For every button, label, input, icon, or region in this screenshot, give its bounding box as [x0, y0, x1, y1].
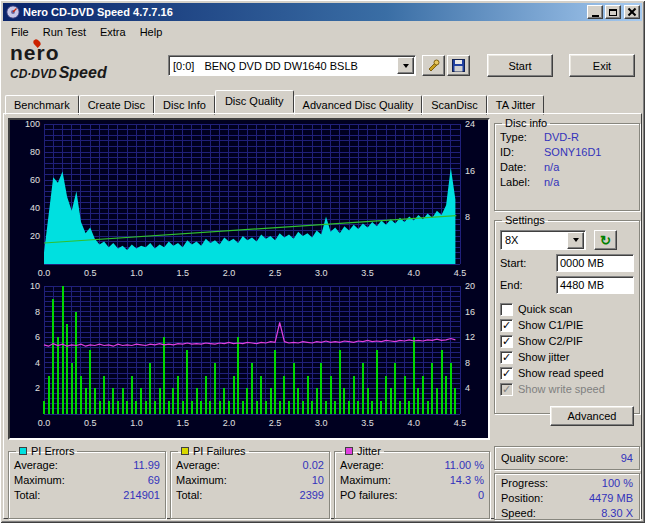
jitter-stats-title: Jitter: [342, 445, 384, 457]
checkbox-label: Show read speed: [518, 367, 604, 379]
svg-text:4.0: 4.0: [408, 268, 421, 278]
svg-text:16: 16: [465, 307, 475, 317]
disc-id-row: ID:SONY16D1: [500, 145, 634, 160]
settings-checkboxes: Quick scan✓Show C1/PIE✓Show C2/PIF✓Show …: [500, 301, 634, 397]
tab-advanced-disc-quality[interactable]: Advanced Disc Quality: [294, 95, 423, 115]
menu-item-run-test[interactable]: Run Test: [36, 24, 93, 40]
svg-text:8: 8: [465, 358, 470, 368]
minimize-button[interactable]: [587, 5, 603, 19]
drive-select-value: [0:0] BENQ DVD DD DW1640 BSLB: [173, 60, 397, 72]
checkbox-label: Show jitter: [518, 351, 569, 363]
jitter-average-row: Average:11.00 %: [340, 458, 484, 473]
nero-brand: nero: [10, 42, 160, 64]
drive-select-arrow[interactable]: [397, 57, 414, 74]
svg-text:80: 80: [30, 147, 40, 157]
svg-text:8: 8: [35, 307, 40, 317]
menu-bar: FileRun TestExtraHelp: [4, 23, 641, 41]
start-position-field[interactable]: 0000 MB: [556, 254, 634, 272]
tab-disc-info[interactable]: Disc Info: [154, 95, 215, 115]
pie-total-row: Total:214901: [14, 488, 160, 503]
maximize-icon: [609, 9, 617, 16]
checkbox-quick-scan[interactable]: Quick scan: [500, 301, 634, 317]
quality-score-label: Quality score:: [501, 452, 568, 464]
pif-maximum-row: Maximum:10: [176, 473, 324, 488]
drive-select[interactable]: [0:0] BENQ DVD DD DW1640 BSLB: [168, 55, 416, 76]
svg-text:2.0: 2.0: [223, 418, 236, 428]
svg-text:100: 100: [25, 120, 40, 129]
refresh-button[interactable]: ↻: [594, 230, 617, 250]
progress-row: Progress:100 %: [501, 476, 633, 491]
checkbox-show-write-speed[interactable]: ✓Show write speed: [500, 381, 634, 397]
speed-row: 8X ↻: [500, 230, 634, 250]
svg-text:8: 8: [465, 212, 470, 222]
settings-panel: Settings 8X ↻ Start: 0000 MB End: 4480 M…: [494, 214, 640, 414]
svg-text:16: 16: [465, 166, 475, 176]
checkbox-box-icon: ✓: [500, 367, 513, 380]
advanced-button[interactable]: Advanced: [550, 406, 634, 426]
svg-text:4: 4: [35, 358, 40, 368]
menu-item-help[interactable]: Help: [133, 24, 170, 40]
svg-text:4.5: 4.5: [454, 268, 467, 278]
pi-failures-swatch: [181, 447, 189, 455]
svg-text:0.5: 0.5: [84, 268, 97, 278]
pi-errors-stats-panel: PI Errors Average:11.99 Maximum:69 Total…: [8, 445, 166, 519]
speed-select[interactable]: 8X: [500, 230, 586, 250]
speed-row: Speed:8.30 X: [501, 506, 633, 521]
title-bar: Nero CD-DVD Speed 4.7.7.16: [3, 3, 642, 21]
svg-text:3.0: 3.0: [315, 268, 328, 278]
menu-item-extra[interactable]: Extra: [93, 24, 133, 40]
svg-text:40: 40: [30, 203, 40, 213]
svg-text:2: 2: [35, 383, 40, 393]
speed-select-arrow[interactable]: [567, 232, 584, 249]
tab-disc-quality[interactable]: Disc Quality: [215, 90, 294, 113]
app-icon: [6, 5, 20, 19]
tab-benchmark[interactable]: Benchmark: [5, 95, 79, 115]
checkbox-show-jitter[interactable]: ✓Show jitter: [500, 349, 634, 365]
checkbox-show-c2-pif[interactable]: ✓Show C2/PIF: [500, 333, 634, 349]
start-button[interactable]: Start: [487, 54, 553, 77]
checkbox-show-read-speed[interactable]: ✓Show read speed: [500, 365, 634, 381]
exit-button[interactable]: Exit: [569, 54, 635, 77]
disc-label-row: Label:n/a: [500, 175, 634, 190]
chevron-down-icon: [403, 64, 409, 71]
checkbox-show-c1-pie[interactable]: ✓Show C1/PIE: [500, 317, 634, 333]
pie-average-row: Average:11.99: [14, 458, 160, 473]
app-window: Nero CD-DVD Speed 4.7.7.16 FileRun TestE…: [0, 0, 645, 523]
checkbox-label: Show C1/PIE: [518, 319, 583, 331]
svg-text:12: 12: [465, 332, 475, 342]
svg-text:3.0: 3.0: [315, 418, 328, 428]
pif-average-row: Average:0.02: [176, 458, 324, 473]
disc-info-panel: Disc info Type:DVD-R ID:SONY16D1 Date:n/…: [494, 117, 640, 211]
checkbox-box-icon: [500, 303, 513, 316]
svg-text:2.0: 2.0: [223, 268, 236, 278]
pif-total-row: Total:2399: [176, 488, 324, 503]
svg-text:60: 60: [30, 175, 40, 185]
svg-text:0.0: 0.0: [38, 418, 51, 428]
start-position-row: Start: 0000 MB: [500, 254, 634, 272]
close-button[interactable]: [624, 5, 640, 19]
minimize-icon: [592, 15, 599, 17]
svg-text:4: 4: [465, 383, 470, 393]
pie-maximum-row: Maximum:69: [14, 473, 160, 488]
close-icon: [628, 8, 636, 16]
end-position-field[interactable]: 4480 MB: [556, 276, 634, 294]
svg-text:20: 20: [30, 231, 40, 241]
svg-text:0.0: 0.0: [38, 268, 51, 278]
progress-panel: Progress:100 % Position:4479 MB Speed:8.…: [494, 473, 640, 520]
maximize-button[interactable]: [605, 5, 621, 19]
checkbox-label: Quick scan: [518, 303, 572, 315]
jitter-maximum-row: Maximum:14.3 %: [340, 473, 484, 488]
tab-scandisc[interactable]: ScanDisc: [422, 95, 486, 115]
save-button[interactable]: [447, 55, 470, 76]
pi-errors-plot: 20406080100816240.00.51.01.52.02.53.03.5…: [25, 120, 475, 278]
menu-item-file[interactable]: File: [4, 24, 36, 40]
tools-button[interactable]: [422, 55, 445, 76]
disc-date-row: Date:n/a: [500, 160, 634, 175]
pi-failures-stats-panel: PI Failures Average:0.02 Maximum:10 Tota…: [170, 445, 330, 519]
tab-create-disc[interactable]: Create Disc: [79, 95, 154, 115]
tab-ta-jitter[interactable]: TA Jitter: [487, 95, 545, 115]
svg-text:3.5: 3.5: [361, 418, 374, 428]
quality-charts: 20406080100816240.00.51.01.52.02.53.03.5…: [8, 118, 490, 440]
tab-bar: BenchmarkCreate DiscDisc InfoDisc Qualit…: [5, 93, 641, 114]
svg-text:1.0: 1.0: [130, 418, 143, 428]
